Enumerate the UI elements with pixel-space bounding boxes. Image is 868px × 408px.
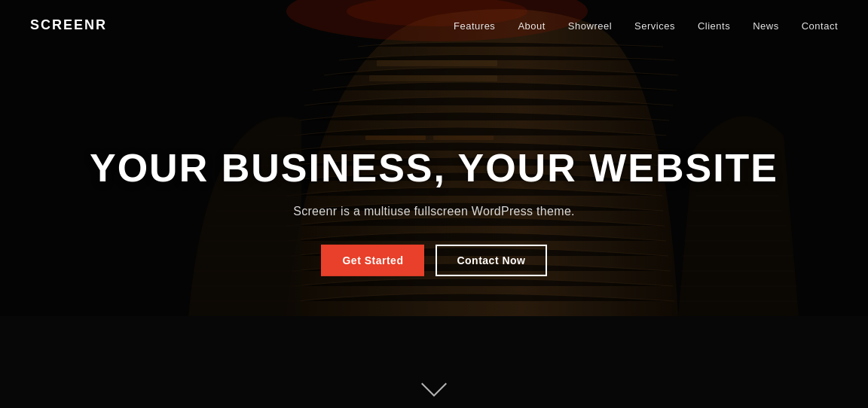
nav-item-features: Features bbox=[454, 19, 495, 32]
nav-link-contact[interactable]: Contact bbox=[802, 20, 838, 32]
hero-content: YOUR BUSINESS, YOUR WEBSITE Screenr is a… bbox=[0, 147, 868, 276]
hero-buttons: Get Started Contact Now bbox=[15, 245, 853, 276]
hero-subtitle: Screenr is a multiuse fullscreen WordPre… bbox=[15, 205, 853, 218]
nav-links: FeaturesAboutShowreelServicesClientsNews… bbox=[454, 19, 838, 32]
hero-title: YOUR BUSINESS, YOUR WEBSITE bbox=[15, 147, 853, 190]
scroll-indicator[interactable] bbox=[425, 375, 443, 393]
get-started-button[interactable]: Get Started bbox=[321, 245, 424, 276]
nav-item-news: News bbox=[753, 19, 779, 32]
nav-link-services[interactable]: Services bbox=[634, 20, 675, 32]
hero-section: SCREENR FeaturesAboutShowreelServicesCli… bbox=[0, 0, 868, 408]
nav-link-news[interactable]: News bbox=[753, 20, 779, 32]
nav-link-clients[interactable]: Clients bbox=[698, 20, 730, 32]
navbar: SCREENR FeaturesAboutShowreelServicesCli… bbox=[0, 0, 868, 50]
chevron-down-icon bbox=[421, 371, 447, 397]
nav-link-about[interactable]: About bbox=[518, 20, 545, 32]
nav-item-about: About bbox=[518, 19, 545, 32]
brand-logo[interactable]: SCREENR bbox=[30, 17, 107, 33]
nav-item-contact: Contact bbox=[802, 19, 838, 32]
nav-item-showreel: Showreel bbox=[568, 19, 612, 32]
nav-link-showreel[interactable]: Showreel bbox=[568, 20, 612, 32]
nav-item-services: Services bbox=[634, 19, 675, 32]
nav-link-features[interactable]: Features bbox=[454, 20, 495, 32]
nav-item-clients: Clients bbox=[698, 19, 730, 32]
contact-now-button[interactable]: Contact Now bbox=[436, 245, 546, 276]
